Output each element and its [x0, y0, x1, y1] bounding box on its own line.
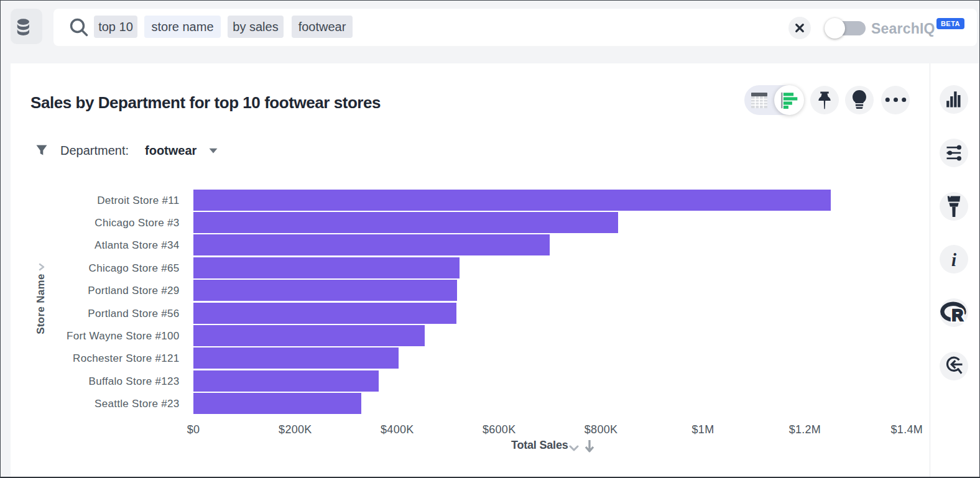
svg-text:R: R [952, 306, 963, 324]
